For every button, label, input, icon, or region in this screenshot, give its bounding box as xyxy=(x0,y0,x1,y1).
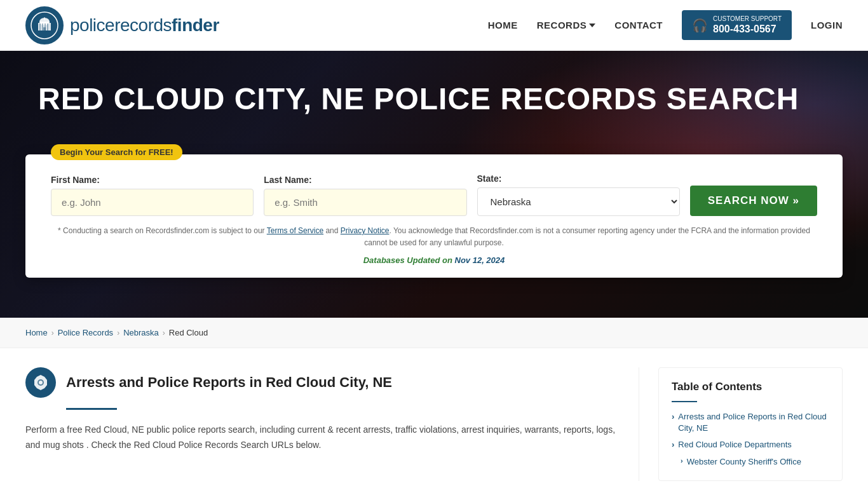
nav-records[interactable]: RECORDS xyxy=(537,20,596,30)
logo-icon xyxy=(25,6,64,44)
table-of-contents: Table of Contents ›Arrests and Police Re… xyxy=(658,367,843,481)
db-updated-date: Nov 12, 2024 xyxy=(455,255,505,265)
search-form: First Name: Last Name: State: NebraskaAl… xyxy=(51,173,817,216)
content-right: Table of Contents ›Arrests and Police Re… xyxy=(639,367,843,481)
breadcrumb-sep-1: › xyxy=(51,329,54,337)
logo-text: policerecordsfinder xyxy=(70,15,219,36)
svg-point-11 xyxy=(39,381,43,384)
support-number: 800-433-0567 xyxy=(713,23,782,35)
site-header: policerecordsfinder HOME RECORDS CONTACT… xyxy=(0,0,868,51)
logo-bold-text: finder xyxy=(172,15,219,35)
svg-rect-2 xyxy=(39,22,50,23)
article-heading: Arrests and Police Reports in Red Cloud … xyxy=(25,367,620,398)
free-badge: Begin Your Search for FREE! xyxy=(51,144,182,160)
badge-icon xyxy=(25,367,56,398)
toc-item: ›Arrests and Police Reports in Red Cloud… xyxy=(672,411,829,434)
breadcrumb-home[interactable]: Home xyxy=(25,328,48,337)
support-label: CUSTOMER SUPPORT xyxy=(713,15,782,23)
nav-home[interactable]: HOME xyxy=(488,20,518,30)
last-name-group: Last Name: xyxy=(264,175,466,216)
content-left: Arrests and Police Reports in Red Cloud … xyxy=(25,367,639,481)
article-body-text: Perform a free Red Cloud, NE public poli… xyxy=(25,423,620,453)
toc-item: ›Red Cloud Police Departments xyxy=(672,439,829,451)
logo[interactable]: policerecordsfinder xyxy=(25,6,219,44)
search-box: Begin Your Search for FREE! First Name: … xyxy=(25,154,843,278)
headphone-icon: 🎧 xyxy=(692,18,708,33)
terms-link[interactable]: Terms of Service xyxy=(267,226,323,235)
chevron-down-icon xyxy=(589,24,595,27)
svg-rect-5 xyxy=(42,24,43,30)
toc-link[interactable]: Red Cloud Police Departments xyxy=(678,439,791,451)
search-now-button[interactable]: SEARCH NOW » xyxy=(690,186,817,216)
first-name-label: First Name: xyxy=(51,175,254,185)
breadcrumb-nebraska[interactable]: Nebraska xyxy=(123,328,159,337)
state-label: State: xyxy=(477,173,680,184)
svg-rect-7 xyxy=(47,24,48,30)
toc-link[interactable]: Webster County Sheriff's Office xyxy=(687,456,801,468)
privacy-link[interactable]: Privacy Notice xyxy=(341,226,390,235)
breadcrumb-sep-3: › xyxy=(163,329,165,337)
article-body: Perform a free Red Cloud, NE public poli… xyxy=(25,423,620,453)
toc-title: Table of Contents xyxy=(672,381,829,393)
state-select[interactable]: NebraskaAlabamaAlaskaArizonaArkansasCali… xyxy=(477,187,680,216)
svg-rect-4 xyxy=(39,24,41,30)
main-content: Arrests and Police Reports in Red Cloud … xyxy=(0,348,868,488)
breadcrumb-sep-2: › xyxy=(117,329,119,337)
customer-support-button[interactable]: 🎧 CUSTOMER SUPPORT 800-433-0567 xyxy=(682,10,792,40)
toc-chevron-icon: › xyxy=(681,457,683,464)
first-name-group: First Name: xyxy=(51,175,254,216)
hero-content: RED CLOUD CITY, NE POLICE RECORDS SEARCH xyxy=(0,51,868,154)
toc-divider xyxy=(672,401,697,402)
toc-link[interactable]: Arrests and Police Reports in Red Cloud … xyxy=(678,411,829,434)
last-name-label: Last Name: xyxy=(264,175,466,185)
first-name-input[interactable] xyxy=(51,189,254,216)
db-updated: Databases Updated on Nov 12, 2024 xyxy=(51,255,817,265)
breadcrumb: Home › Police Records › Nebraska › Red C… xyxy=(0,318,868,348)
breadcrumb-police-records[interactable]: Police Records xyxy=(58,328,113,337)
hero-section: RED CLOUD CITY, NE POLICE RECORDS SEARCH… xyxy=(0,51,868,318)
svg-rect-9 xyxy=(44,17,45,20)
main-nav: HOME RECORDS CONTACT 🎧 CUSTOMER SUPPORT … xyxy=(488,10,843,40)
toc-chevron-icon: › xyxy=(672,440,674,449)
login-button[interactable]: LOGIN xyxy=(811,20,843,30)
toc-list: ›Arrests and Police Reports in Red Cloud… xyxy=(672,411,829,468)
db-updated-label: Databases Updated on xyxy=(363,255,452,265)
last-name-input[interactable] xyxy=(264,189,466,216)
nav-contact[interactable]: CONTACT xyxy=(614,20,663,30)
article-title: Arrests and Police Reports in Red Cloud … xyxy=(66,374,392,391)
toc-chevron-icon: › xyxy=(672,412,674,421)
toc-item: ›Webster County Sheriff's Office xyxy=(672,456,829,468)
svg-rect-8 xyxy=(43,27,46,30)
support-info: CUSTOMER SUPPORT 800-433-0567 xyxy=(713,15,782,35)
breadcrumb-current: Red Cloud xyxy=(169,328,208,337)
nav-records-label: RECORDS xyxy=(537,20,587,30)
hero-title: RED CLOUD CITY, NE POLICE RECORDS SEARCH xyxy=(38,83,830,116)
logo-regular-text: policerecords xyxy=(70,15,172,35)
title-underline xyxy=(66,408,117,410)
disclaimer-text: * Conducting a search on Recordsfinder.c… xyxy=(51,225,817,249)
state-group: State: NebraskaAlabamaAlaskaArizonaArkan… xyxy=(477,173,680,216)
